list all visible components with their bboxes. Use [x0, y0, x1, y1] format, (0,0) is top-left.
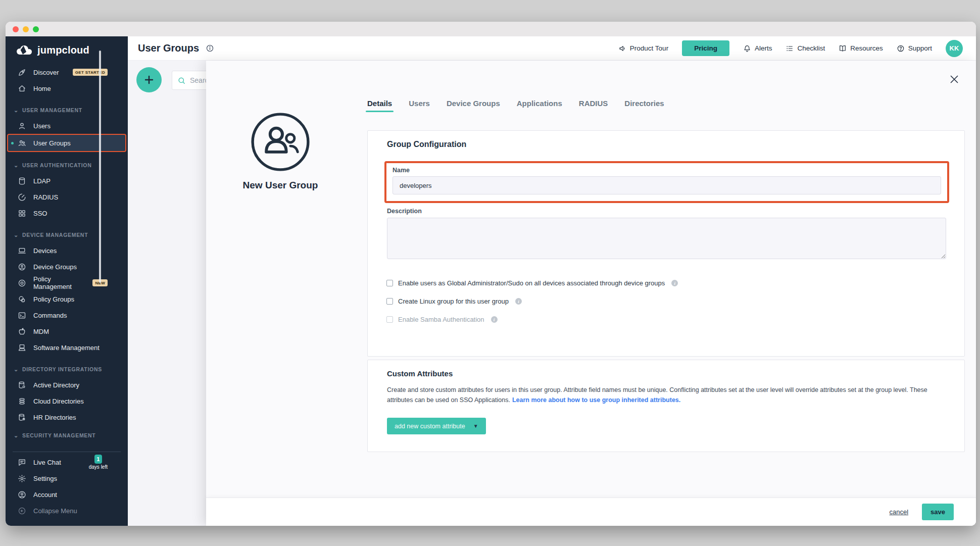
sidebar-item-live-chat[interactable]: Live Chat 1 days left — [6, 454, 128, 470]
zoom-traffic-light[interactable] — [33, 26, 39, 32]
account-icon — [18, 490, 26, 499]
info-icon[interactable]: i — [515, 298, 522, 305]
info-icon[interactable]: i — [671, 280, 678, 286]
description-textarea[interactable] — [387, 218, 946, 259]
active-dot — [11, 142, 14, 144]
tab-users[interactable]: Users — [409, 99, 430, 112]
sidebar-item-cloud-directories[interactable]: Cloud Directories — [6, 393, 128, 409]
sidebar-section-security-management[interactable]: ⌄ SECURITY MANAGEMENT — [6, 431, 128, 439]
user-group-icon — [18, 139, 26, 147]
caret-down-icon: ▼ — [473, 423, 478, 429]
grid-icon — [18, 209, 26, 218]
save-button[interactable]: save — [922, 504, 954, 520]
home-icon — [18, 84, 26, 93]
radius-dial-icon — [18, 193, 26, 202]
tab-radius[interactable]: RADIUS — [579, 99, 608, 112]
checklist-icon — [786, 44, 794, 53]
app-window: jumpcloud Discover GET STARTED Home ⌄ U — [6, 22, 976, 526]
sidebar-item-settings[interactable]: Settings — [6, 470, 128, 486]
alerts-link[interactable]: Alerts — [743, 44, 772, 53]
add-custom-attribute-button[interactable]: add new custom attribute ▼ — [387, 418, 486, 434]
sidebar-bottom: Live Chat 1 days left Settings Account — [6, 454, 128, 526]
name-field-highlight: Name — [384, 161, 949, 203]
tab-device-groups[interactable]: Device Groups — [447, 99, 500, 112]
section-heading: Group Configuration — [387, 140, 466, 149]
sidebar-item-account[interactable]: Account — [6, 486, 128, 503]
sidebar-item-software-management[interactable]: Software Management — [6, 339, 128, 356]
close-button[interactable] — [948, 73, 961, 86]
add-user-group-button[interactable] — [136, 67, 162, 92]
sidebar-item-device-groups[interactable]: Device Groups — [6, 259, 128, 275]
get-started-badge: GET STARTED — [73, 69, 108, 76]
tab-details[interactable]: Details — [367, 99, 392, 112]
top-header: User Groups Product Tour Pricing Alerts — [128, 36, 976, 61]
learn-more-link[interactable]: Learn more about how to use group inheri… — [512, 396, 680, 404]
new-user-group-panel: New User Group Details Users Device Grou… — [206, 61, 976, 526]
plus-icon — [143, 74, 155, 86]
cloud-logo-icon — [16, 45, 33, 56]
sidebar-section-device-management[interactable]: ⌄ DEVICE MANAGEMENT — [6, 227, 128, 242]
sidebar-item-active-directory[interactable]: Active Directory — [6, 377, 128, 393]
avatar[interactable]: KK — [946, 40, 963, 57]
samba-auth-checkbox[interactable] — [386, 316, 393, 323]
support-link[interactable]: Support — [897, 44, 932, 53]
user-group-avatar-icon — [249, 110, 312, 174]
global-admin-checkbox[interactable] — [386, 280, 393, 286]
linux-group-checkbox-row: Create Linux group for this user group i — [386, 297, 678, 305]
chevron-down-icon: ⌄ — [14, 433, 19, 438]
device-group-icon — [18, 263, 26, 271]
sidebar-item-radius[interactable]: RADIUS — [6, 189, 128, 205]
panel-footer: cancel save — [206, 498, 976, 526]
apple-icon — [18, 327, 26, 336]
sidebar-section-directory-integrations[interactable]: ⌄ DIRECTORY INTEGRATIONS — [6, 362, 128, 377]
info-icon[interactable]: i — [491, 316, 498, 323]
sidebar-scrollbar[interactable] — [99, 51, 101, 283]
chevron-down-icon: ⌄ — [14, 108, 19, 113]
pricing-button[interactable]: Pricing — [682, 40, 729, 56]
sidebar-item-home[interactable]: Home — [6, 80, 128, 96]
cancel-button[interactable]: cancel — [890, 508, 909, 516]
chevron-down-icon: ⌄ — [14, 232, 19, 237]
window-titlebar — [6, 22, 976, 36]
tab-applications[interactable]: Applications — [517, 99, 562, 112]
product-tour-link[interactable]: Product Tour — [618, 44, 668, 53]
bell-icon — [743, 44, 751, 53]
policy-groups-icon — [18, 295, 26, 304]
custom-attributes-card: Custom Attributes Create and store custo… — [367, 360, 965, 452]
tab-directories[interactable]: Directories — [624, 99, 664, 112]
info-icon[interactable] — [206, 44, 214, 53]
sidebar-divider — [13, 452, 121, 452]
sidebar-item-policy-groups[interactable]: Policy Groups — [6, 291, 128, 307]
sidebar-item-discover[interactable]: Discover GET STARTED — [6, 64, 128, 80]
jumpcloud-logo[interactable]: jumpcloud — [6, 36, 128, 61]
close-traffic-light[interactable] — [13, 26, 19, 32]
sidebar-item-hr-directories[interactable]: HR Directories — [6, 409, 128, 425]
sidebar-item-sso[interactable]: SSO — [6, 205, 128, 221]
group-configuration-card: Group Configuration Name Description — [367, 130, 965, 357]
page-title: User Groups — [138, 42, 199, 54]
description-label: Description — [387, 208, 422, 215]
name-input[interactable] — [393, 176, 941, 194]
sidebar-section-user-management[interactable]: ⌄ USER MANAGEMENT — [6, 103, 128, 118]
sidebar-item-user-groups[interactable]: User Groups — [8, 134, 126, 152]
sidebar-item-policy-management[interactable]: Policy Management NEW — [6, 275, 128, 291]
sidebar-item-mdm[interactable]: MDM — [6, 323, 128, 339]
sidebar-item-users[interactable]: Users — [6, 118, 128, 134]
resources-link[interactable]: Resources — [839, 44, 883, 53]
laptop-icon — [18, 246, 26, 255]
target-icon — [18, 279, 26, 287]
sidebar-section-user-authentication[interactable]: ⌄ USER AUTHENTICATION — [6, 158, 128, 173]
checkbox-group: Enable users as Global Administrator/Sud… — [386, 279, 678, 334]
sidebar-item-collapse-menu[interactable]: Collapse Menu — [6, 503, 128, 519]
checklist-link[interactable]: Checklist — [786, 44, 825, 53]
question-circle-icon — [897, 44, 905, 53]
minimize-traffic-light[interactable] — [23, 26, 29, 32]
sidebar-item-devices[interactable]: Devices — [6, 242, 128, 259]
tab-bar: Details Users Device Groups Applications… — [367, 99, 664, 112]
linux-group-checkbox[interactable] — [386, 298, 393, 305]
panel-title: New User Group — [215, 180, 346, 191]
name-label: Name — [393, 167, 941, 174]
stacked-discs-icon — [18, 397, 26, 406]
sidebar-item-commands[interactable]: Commands — [6, 307, 128, 323]
sidebar-item-ldap[interactable]: LDAP — [6, 173, 128, 189]
